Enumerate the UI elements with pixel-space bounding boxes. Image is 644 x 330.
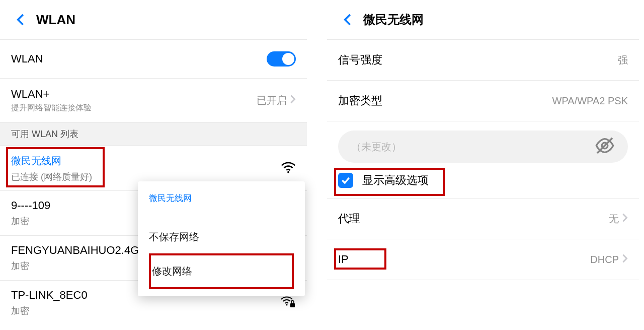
wifi-icon [281, 161, 296, 175]
back-icon[interactable] [11, 10, 31, 30]
popup-forget[interactable]: 不保存网络 [149, 221, 294, 253]
chevron-right-icon [622, 213, 628, 224]
encryption-label: 加密类型 [338, 93, 382, 108]
wifi-ssid: 9----109 [11, 199, 50, 212]
wifi-ssid: TP-LINK_8EC0 [11, 289, 88, 302]
eye-off-icon[interactable] [595, 136, 615, 158]
available-wlan-header: 可用 WLAN 列表 [0, 122, 307, 146]
proxy-value: 无 [609, 212, 619, 226]
wifi-ssid: FENGYUANBAIHUO2.4G [11, 244, 139, 257]
wlanplus-sub: 提升网络智能连接体验 [11, 103, 92, 113]
chevron-right-icon [622, 254, 628, 265]
advanced-row[interactable]: 显示高级选项 [327, 173, 639, 198]
wifi-sub: 加密 [11, 260, 139, 272]
wifi-sub: 已连接 (网络质量好) [11, 171, 92, 183]
signal-row: 信号强度 强 [327, 40, 639, 80]
ip-row[interactable]: IP DHCP [327, 239, 639, 280]
chevron-right-icon [290, 95, 296, 106]
signal-label: 信号强度 [338, 52, 382, 68]
wifi-sub: 加密 [11, 215, 50, 227]
svg-point-1 [286, 304, 287, 305]
ip-value: DHCP [590, 254, 619, 266]
proxy-label: 代理 [338, 211, 360, 226]
back-icon[interactable] [338, 10, 358, 30]
page-title-right: 微民无线网 [363, 12, 424, 28]
encryption-value: WPA/WPA2 PSK [552, 95, 628, 107]
password-placeholder: （未更改） [351, 140, 401, 154]
wifi-context-menu: 微民无线网 不保存网络 修改网络 [138, 181, 305, 296]
password-row: （未更改） [327, 121, 639, 173]
popup-title: 微民无线网 [149, 192, 294, 204]
svg-rect-2 [290, 303, 295, 307]
popup-modify[interactable]: 修改网络 [152, 255, 291, 287]
wlanplus-value: 已开启 [257, 94, 287, 107]
left-header: WLAN [0, 0, 307, 39]
svg-point-0 [287, 171, 289, 173]
ip-label: IP [338, 253, 349, 266]
highlight-box: 修改网络 [149, 253, 294, 289]
proxy-row[interactable]: 代理 无 [327, 199, 639, 239]
signal-value: 强 [618, 53, 628, 67]
divider [327, 280, 639, 280]
wlan-label: WLAN [11, 52, 43, 65]
wlan-toggle[interactable] [267, 51, 296, 67]
wlanplus-label: WLAN+ [11, 88, 92, 101]
page-title-left: WLAN [36, 12, 75, 28]
svg-line-4 [597, 138, 612, 153]
encryption-row: 加密类型 WPA/WPA2 PSK [327, 81, 639, 121]
password-input[interactable]: （未更改） [338, 130, 628, 163]
wifi-ssid: 微民无线网 [11, 154, 92, 168]
wifi-lock-icon [281, 296, 296, 310]
wlanplus-row[interactable]: WLAN+ 提升网络智能连接体验 已开启 [0, 79, 307, 122]
advanced-label: 显示高级选项 [362, 173, 429, 188]
wifi-sub: 加密 [11, 305, 88, 317]
advanced-checkbox[interactable] [338, 173, 353, 188]
wlan-toggle-row[interactable]: WLAN [0, 40, 307, 78]
right-header: 微民无线网 [327, 0, 639, 39]
